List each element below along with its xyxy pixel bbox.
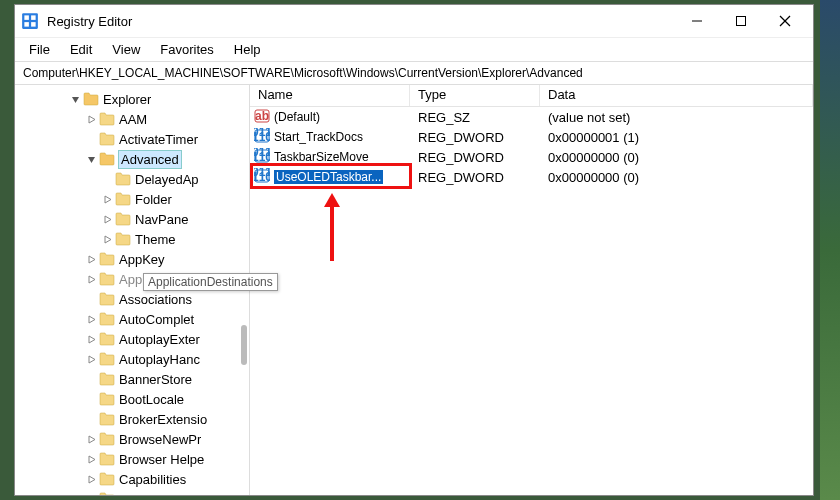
value-row[interactable]: 011110TaskbarSizeMoveREG_DWORD0x00000000… [250, 147, 813, 167]
spacer [101, 173, 113, 185]
value-name: Start_TrackDocs [274, 130, 363, 144]
tree-label: AAM [119, 112, 147, 127]
value-name: (Default) [274, 110, 320, 124]
address-bar[interactable]: Computer\HKEY_LOCAL_MACHINE\SOFTWARE\Mic… [15, 61, 813, 85]
tooltip: ApplicationDestinations [143, 273, 278, 291]
tree-label: Associations [119, 292, 192, 307]
svg-text:110: 110 [254, 170, 270, 184]
expander-icon[interactable] [85, 113, 97, 125]
value-name[interactable]: UseOLEDTaskbar... [274, 170, 383, 184]
expander-icon[interactable] [85, 453, 97, 465]
annotation-arrow [320, 193, 344, 263]
registry-editor-window: Registry Editor File Edit View Favorites… [14, 4, 814, 496]
expander-icon[interactable] [85, 153, 97, 165]
tree-item[interactable]: Theme [15, 229, 249, 249]
svg-rect-6 [737, 17, 746, 26]
menu-view[interactable]: View [102, 39, 150, 60]
tree-item[interactable]: Capabilities [15, 469, 249, 489]
value-type: REG_DWORD [410, 150, 540, 165]
value-row[interactable]: 011110Start_TrackDocsREG_DWORD0x00000001… [250, 127, 813, 147]
expander-icon[interactable] [101, 233, 113, 245]
menu-help[interactable]: Help [224, 39, 271, 60]
tree-label: AppKey [119, 252, 165, 267]
menubar: File Edit View Favorites Help [15, 37, 813, 61]
tree-label: BrowseNewPr [119, 432, 201, 447]
value-icon: ab [254, 108, 270, 127]
window-title: Registry Editor [47, 14, 675, 29]
column-name[interactable]: Name [250, 85, 410, 106]
spacer [85, 373, 97, 385]
expander-icon[interactable] [85, 473, 97, 485]
tree-item[interactable]: AutoplayHanc [15, 349, 249, 369]
expander-icon[interactable] [101, 213, 113, 225]
address-text: Computer\HKEY_LOCAL_MACHINE\SOFTWARE\Mic… [23, 66, 583, 80]
tree-item[interactable]: ActivateTimer [15, 129, 249, 149]
menu-edit[interactable]: Edit [60, 39, 102, 60]
tree-item[interactable]: AAM [15, 109, 249, 129]
tree-label: NavPane [135, 212, 188, 227]
tree-item[interactable]: BrokerExtensio [15, 409, 249, 429]
tree-item[interactable]: BrowseNewPr [15, 429, 249, 449]
expander-icon[interactable] [85, 433, 97, 445]
tree-label: AutoplayExter [119, 332, 200, 347]
tree-item[interactable]: Explorer [15, 89, 249, 109]
close-button[interactable] [763, 6, 807, 36]
tree-item[interactable]: BootLocale [15, 389, 249, 409]
expander-icon[interactable] [85, 253, 97, 265]
values-pane[interactable]: Name Type Data ab(Default)REG_SZ(value n… [250, 85, 813, 495]
svg-rect-2 [31, 15, 36, 20]
tree-item[interactable]: CD Burning [15, 489, 249, 495]
svg-text:110: 110 [254, 150, 270, 164]
tree-item[interactable]: AutoComplet [15, 309, 249, 329]
tree-label: Theme [135, 232, 175, 247]
list-header: Name Type Data [250, 85, 813, 107]
titlebar[interactable]: Registry Editor [15, 5, 813, 37]
tree-label: Capabilities [119, 472, 186, 487]
tree-item[interactable]: AppKey [15, 249, 249, 269]
tree-label: Browser Helpe [119, 452, 204, 467]
menu-favorites[interactable]: Favorites [150, 39, 223, 60]
value-type: REG_SZ [410, 110, 540, 125]
tree-label: CD Burning [119, 492, 186, 496]
expander-icon[interactable] [101, 193, 113, 205]
value-icon: 011110 [254, 168, 270, 187]
tree-item[interactable]: BannerStore [15, 369, 249, 389]
tree-item[interactable]: Browser Helpe [15, 449, 249, 469]
expander-icon[interactable] [85, 333, 97, 345]
expander-icon[interactable] [69, 93, 81, 105]
tree-item[interactable]: AutoplayExter [15, 329, 249, 349]
scrollbar-thumb[interactable] [241, 325, 247, 365]
column-type[interactable]: Type [410, 85, 540, 106]
svg-text:110: 110 [254, 130, 270, 144]
app-icon [21, 12, 39, 30]
minimize-button[interactable] [675, 6, 719, 36]
expander-icon[interactable] [85, 353, 97, 365]
tree-item[interactable]: NavPane [15, 209, 249, 229]
menu-file[interactable]: File [19, 39, 60, 60]
value-data: 0x00000000 (0) [540, 150, 813, 165]
tree-label: BrokerExtensio [119, 412, 207, 427]
tree-label: DelayedAp [135, 172, 199, 187]
spacer [85, 133, 97, 145]
value-icon: 011110 [254, 148, 270, 167]
value-data: (value not set) [540, 110, 813, 125]
value-type: REG_DWORD [410, 130, 540, 145]
tree-item[interactable]: DelayedAp [15, 169, 249, 189]
tree-label: Explorer [103, 92, 151, 107]
tree-label: AutoplayHanc [119, 352, 200, 367]
tree-label: ActivateTimer [119, 132, 198, 147]
svg-rect-1 [24, 15, 29, 20]
column-data[interactable]: Data [540, 85, 813, 106]
expander-icon[interactable] [85, 273, 97, 285]
svg-marker-21 [324, 193, 340, 207]
spacer [85, 413, 97, 425]
expander-icon[interactable] [85, 313, 97, 325]
expander-icon[interactable] [85, 493, 97, 495]
maximize-button[interactable] [719, 6, 763, 36]
value-row[interactable]: 011110UseOLEDTaskbar...REG_DWORD0x000000… [250, 167, 813, 187]
value-name: TaskbarSizeMove [274, 150, 369, 164]
tree-item[interactable]: Advanced [15, 149, 249, 169]
tree-item[interactable]: Folder [15, 189, 249, 209]
tree-item[interactable]: Associations [15, 289, 249, 309]
value-row[interactable]: ab(Default)REG_SZ(value not set) [250, 107, 813, 127]
